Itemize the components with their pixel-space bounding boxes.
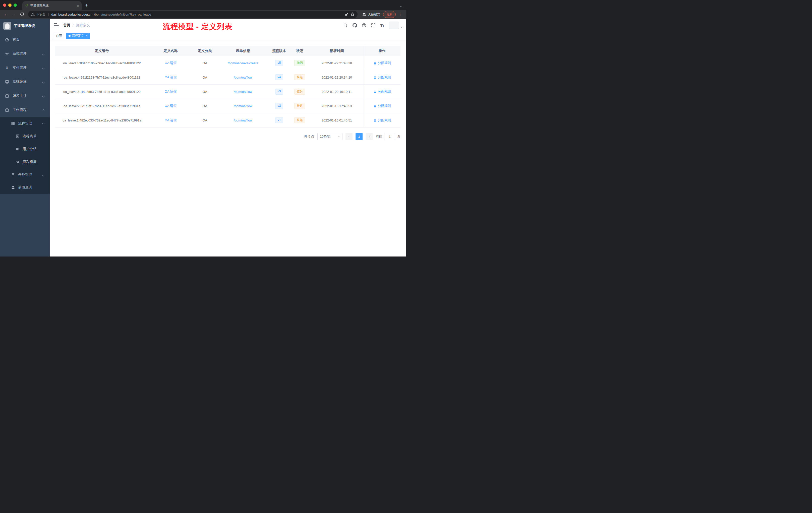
pagination: 共 5 条 10条/页 1 前往 页 <box>55 133 401 140</box>
definition-name-link[interactable]: OA 请假 <box>165 104 177 108</box>
tab-search-caret-icon[interactable] <box>400 3 402 8</box>
sidebar-item-system[interactable]: 系统管理 <box>0 47 50 61</box>
chevron-down-icon <box>42 52 44 56</box>
sidebar-item-label: 支付管理 <box>12 65 27 70</box>
sidebar-item-workflow[interactable]: 工作流程 <box>0 103 50 117</box>
sidebar-item-leave-query[interactable]: 请假查询 <box>0 181 50 194</box>
tag-process-definition[interactable]: 流程定义 × <box>66 33 90 39</box>
zoom-window-button[interactable] <box>13 3 17 7</box>
sidebar-item-task-manage[interactable]: 任务管理 <box>0 168 50 181</box>
sidebar-item-process-model[interactable]: 流程模型 <box>0 155 50 168</box>
sidebar-item-user-group[interactable]: 用户分组 <box>0 143 50 155</box>
definition-name-link[interactable]: OA 请假 <box>165 118 177 122</box>
security-warning-icon[interactable] <box>31 12 35 16</box>
sidebar-item-devtools[interactable]: 研发工具 <box>0 89 50 103</box>
sidebar-item-payment[interactable]: ¥ 支付管理 <box>0 61 50 75</box>
page-size-select[interactable]: 10条/页 <box>317 133 343 140</box>
form-link[interactable]: /bpm/oa/flow <box>234 76 252 79</box>
sidebar-item-home[interactable]: 首页 <box>0 33 50 47</box>
font-size-icon[interactable]: TT <box>380 24 384 27</box>
next-page-button[interactable] <box>366 133 373 140</box>
sidebar-toggle-icon[interactable] <box>54 23 59 27</box>
sidebar-item-infrastructure[interactable]: 基础设施 <box>0 75 50 89</box>
sidebar-item-label: 首页 <box>12 37 20 42</box>
goto-page-input[interactable] <box>384 133 395 140</box>
password-key-icon[interactable] <box>345 12 349 16</box>
status-badge: 挂起 <box>294 74 305 80</box>
sidebar-logo[interactable]: 芋道管理系统 <box>0 19 50 33</box>
assign-rule-link[interactable]: 分配规则 <box>373 89 391 94</box>
status-badge: 激活 <box>294 60 305 66</box>
sidebar-item-process-manage[interactable]: 流程管理 <box>0 117 50 130</box>
form-link[interactable]: /bpm/oa/flow <box>234 104 252 108</box>
new-tab-button[interactable]: + <box>85 2 88 8</box>
search-icon[interactable] <box>343 23 348 28</box>
incognito-icon <box>362 12 366 16</box>
breadcrumb-separator: / <box>72 23 74 27</box>
security-label[interactable]: 不安全 <box>36 12 46 17</box>
browser-menu-icon[interactable]: ⋮ <box>398 12 402 17</box>
tab-title: 芋道管理系统 <box>30 3 75 8</box>
chevron-down-icon <box>42 94 44 98</box>
tab-close-icon[interactable]: × <box>77 4 79 7</box>
user-avatar[interactable] <box>389 22 399 29</box>
assign-rule-link[interactable]: 分配规则 <box>373 118 391 122</box>
cell-deploy-time: 2022-01-22 21:48:38 <box>310 61 364 65</box>
forward-button[interactable]: → <box>10 11 18 18</box>
sidebar: 芋道管理系统 首页 系统管理 ¥ 支付管理 基础设施 <box>0 19 50 256</box>
prev-page-button[interactable] <box>346 133 352 140</box>
url-host: dashboard.yudao.iocoder.cn <box>51 12 92 16</box>
definition-name-link[interactable]: OA 请假 <box>165 61 177 65</box>
back-button[interactable]: ← <box>2 11 9 18</box>
user-icon <box>373 90 377 93</box>
assign-rule-link[interactable]: 分配规则 <box>373 104 391 108</box>
col-header-form: 表单信息 <box>217 49 269 53</box>
version-tag: v4 <box>275 74 284 80</box>
fullscreen-icon[interactable] <box>371 23 376 28</box>
form-link[interactable]: /bpm/oa/flow <box>234 118 252 122</box>
tag-label: 首页 <box>56 34 62 38</box>
form-link[interactable]: /bpm/oa/leave/create <box>228 61 258 65</box>
version-tag: v2 <box>275 103 284 109</box>
form-link[interactable]: /bpm/oa/flow <box>234 90 252 94</box>
col-header-action: 操作 <box>364 46 401 56</box>
browser-toolbar: ← → 不安全 | dashboard.yudao.iocoder.cn /bp… <box>0 10 406 19</box>
avatar-caret-icon[interactable] <box>401 24 402 29</box>
page-content: 定义编号 定义名称 定义分类 表单信息 流程版本 状态 部署时间 操作 oa_l… <box>50 40 406 256</box>
cell-definition-id: oa_leave:2:3c1f0ef1-76b1-11ec-9c66-a2380… <box>55 104 149 108</box>
sidebar-item-label: 流程管理 <box>18 121 32 126</box>
address-bar[interactable]: 不安全 | dashboard.yudao.iocoder.cn /bpm/ma… <box>28 11 357 18</box>
breadcrumb: 首页 / 流程定义 <box>63 23 90 28</box>
minimize-window-button[interactable] <box>8 3 11 7</box>
breadcrumb-home[interactable]: 首页 <box>63 23 70 28</box>
status-badge: 挂起 <box>294 117 305 123</box>
tag-close-icon[interactable]: × <box>86 34 88 37</box>
logo-avatar <box>3 22 11 30</box>
close-window-button[interactable] <box>3 3 6 7</box>
browser-tab[interactable]: 芋道管理系统 × <box>22 1 82 10</box>
sidebar-item-label: 任务管理 <box>18 173 32 177</box>
window-controls[interactable] <box>0 3 20 7</box>
briefcase-icon <box>5 108 9 112</box>
help-icon[interactable] <box>362 23 366 28</box>
reload-button[interactable] <box>19 11 26 18</box>
page-number-button[interactable]: 1 <box>355 133 362 140</box>
github-icon[interactable] <box>352 23 357 28</box>
list-icon <box>11 121 15 125</box>
bookmark-star-icon[interactable] <box>350 12 354 16</box>
version-tag: v5 <box>275 60 284 66</box>
tag-home[interactable]: 首页 <box>54 33 64 39</box>
definition-name-link[interactable]: OA 请假 <box>165 90 177 93</box>
dashboard-icon <box>5 38 9 42</box>
definition-table: 定义编号 定义名称 定义分类 表单信息 流程版本 状态 部署时间 操作 oa_l… <box>55 46 401 127</box>
cell-deploy-time: 2022-01-22 19:19:11 <box>310 90 364 94</box>
tags-view-bar: 首页 流程定义 × <box>50 32 406 40</box>
update-button[interactable]: 更新 <box>383 11 396 18</box>
document-icon <box>16 134 20 138</box>
status-badge: 挂起 <box>294 103 305 109</box>
sidebar-item-process-form[interactable]: 流程表单 <box>0 130 50 143</box>
assign-rule-link[interactable]: 分配规则 <box>373 75 391 80</box>
definition-name-link[interactable]: OA 请假 <box>165 75 177 79</box>
workflow-submenu: 流程管理 流程表单 用户分组 流程模型 <box>0 117 50 194</box>
assign-rule-link[interactable]: 分配规则 <box>373 61 391 65</box>
